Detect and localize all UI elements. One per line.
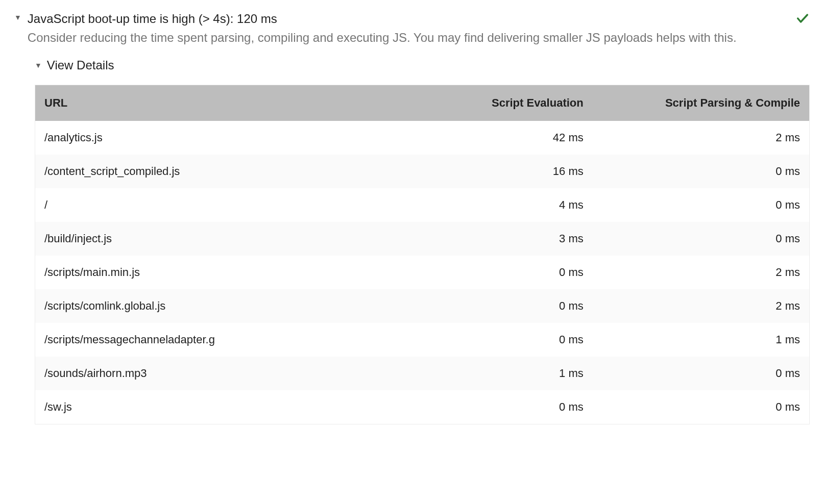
checkmark-icon xyxy=(795,11,810,28)
table-row: /scripts/messagechanneladapter.g 0 ms 1 … xyxy=(35,323,810,357)
view-details-label: View Details xyxy=(47,58,114,72)
table-row: /sw.js 0 ms 0 ms xyxy=(35,390,810,424)
table-row: /analytics.js 42 ms 2 ms xyxy=(35,121,810,155)
cell-script-parsing-compile: 0 ms xyxy=(593,155,810,188)
cell-script-parsing-compile: 2 ms xyxy=(593,289,810,323)
cell-script-parsing-compile: 2 ms xyxy=(593,121,810,155)
cell-script-evaluation: 0 ms xyxy=(376,256,593,289)
audit-title: JavaScript boot-up time is high (> 4s): … xyxy=(28,10,810,28)
triangle-down-icon[interactable]: ▼ xyxy=(14,13,21,21)
cell-script-evaluation: 4 ms xyxy=(376,188,593,222)
cell-script-evaluation: 42 ms xyxy=(376,121,593,155)
cell-script-parsing-compile: 2 ms xyxy=(593,256,810,289)
table-row: /sounds/airhorn.mp3 1 ms 0 ms xyxy=(35,357,810,390)
bootup-time-table: URL Script Evaluation Script Parsing & C… xyxy=(35,85,810,424)
cell-url: /scripts/messagechanneladapter.g xyxy=(35,323,376,357)
table-row: / 4 ms 0 ms xyxy=(35,188,810,222)
cell-script-evaluation: 1 ms xyxy=(376,357,593,390)
details-section: ▼ View Details URL Script Evaluation Scr… xyxy=(35,58,810,424)
cell-script-parsing-compile: 0 ms xyxy=(593,390,810,424)
audit-description: Consider reducing the time spent parsing… xyxy=(28,30,810,46)
cell-url: /scripts/comlink.global.js xyxy=(35,289,376,323)
table-header-row: URL Script Evaluation Script Parsing & C… xyxy=(35,85,810,121)
cell-url: /content_script_compiled.js xyxy=(35,155,376,188)
table-row: /scripts/comlink.global.js 0 ms 2 ms xyxy=(35,289,810,323)
cell-script-evaluation: 0 ms xyxy=(376,323,593,357)
cell-script-parsing-compile: 1 ms xyxy=(593,323,810,357)
audit-header: ▼ JavaScript boot-up time is high (> 4s)… xyxy=(14,10,810,46)
cell-url: /sw.js xyxy=(35,390,376,424)
cell-url: /analytics.js xyxy=(35,121,376,155)
cell-url: / xyxy=(35,188,376,222)
table-row: /content_script_compiled.js 16 ms 0 ms xyxy=(35,155,810,188)
cell-script-parsing-compile: 0 ms xyxy=(593,188,810,222)
cell-script-evaluation: 16 ms xyxy=(376,155,593,188)
column-header-url: URL xyxy=(35,85,376,121)
column-header-script-parsing-compile: Script Parsing & Compile xyxy=(593,85,810,121)
cell-script-parsing-compile: 0 ms xyxy=(593,222,810,256)
triangle-down-icon: ▼ xyxy=(35,61,42,69)
cell-script-evaluation: 3 ms xyxy=(376,222,593,256)
table-body: /analytics.js 42 ms 2 ms /content_script… xyxy=(35,121,810,424)
view-details-toggle[interactable]: ▼ View Details xyxy=(35,58,810,72)
column-header-script-evaluation: Script Evaluation xyxy=(376,85,593,121)
table-row: /build/inject.js 3 ms 0 ms xyxy=(35,222,810,256)
table-row: /scripts/main.min.js 0 ms 2 ms xyxy=(35,256,810,289)
cell-url: /scripts/main.min.js xyxy=(35,256,376,289)
cell-url: /sounds/airhorn.mp3 xyxy=(35,357,376,390)
cell-script-evaluation: 0 ms xyxy=(376,390,593,424)
cell-script-evaluation: 0 ms xyxy=(376,289,593,323)
audit-header-content: JavaScript boot-up time is high (> 4s): … xyxy=(28,10,810,46)
cell-script-parsing-compile: 0 ms xyxy=(593,357,810,390)
cell-url: /build/inject.js xyxy=(35,222,376,256)
